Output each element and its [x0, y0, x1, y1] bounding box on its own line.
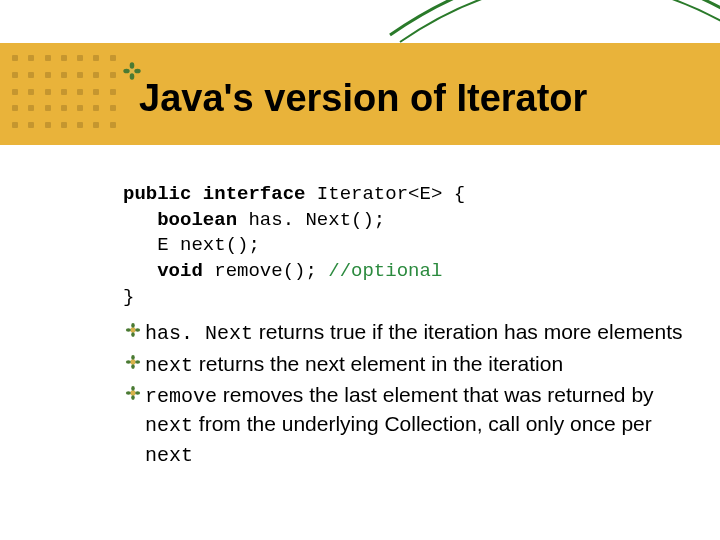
bullet-item: has. Next returns true if the iteration …: [123, 318, 683, 347]
svg-point-12: [131, 364, 135, 369]
svg-point-5: [130, 328, 135, 333]
svg-point-0: [129, 68, 135, 74]
svg-point-19: [135, 391, 140, 395]
svg-point-6: [131, 323, 135, 328]
svg-point-7: [131, 332, 135, 337]
svg-point-14: [135, 360, 140, 364]
svg-point-9: [135, 328, 140, 332]
flower-bullet-icon: [123, 322, 143, 338]
svg-point-13: [126, 360, 131, 364]
svg-point-17: [131, 395, 135, 400]
svg-point-15: [130, 390, 135, 395]
svg-point-11: [131, 354, 135, 359]
svg-point-18: [126, 391, 131, 395]
svg-point-3: [123, 69, 129, 74]
flower-bullet-icon: [123, 354, 143, 370]
slide-body: public interface Iterator<E> { boolean h…: [123, 182, 683, 471]
bullet-text: has. Next returns true if the iteration …: [145, 318, 683, 347]
code-block: public interface Iterator<E> { boolean h…: [123, 182, 683, 310]
bullet-text: remove removes the last element that was…: [145, 381, 683, 469]
svg-point-1: [130, 62, 135, 68]
svg-point-4: [134, 69, 140, 74]
bullet-item: remove removes the last element that was…: [123, 381, 683, 469]
bullet-item: next returns the next element in the ite…: [123, 350, 683, 379]
slide-title: Java's version of Iterator: [139, 77, 587, 120]
decorative-dots: [12, 55, 122, 135]
bullet-text: next returns the next element in the ite…: [145, 350, 683, 379]
svg-point-8: [126, 328, 131, 332]
svg-point-10: [130, 359, 135, 364]
svg-point-2: [130, 73, 135, 79]
flower-bullet-icon: [123, 385, 143, 401]
svg-point-16: [131, 386, 135, 391]
